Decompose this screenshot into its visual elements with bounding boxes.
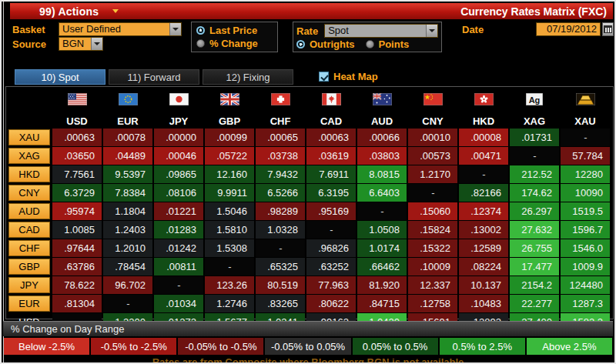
cell-EUR-USD[interactable]: .81304 xyxy=(52,295,102,312)
cell-CAD-GBP[interactable]: 1.5810 xyxy=(205,221,254,239)
cell-CHF-USD[interactable]: .97644 xyxy=(52,239,102,257)
cell-CHF-CNY[interactable]: .15322 xyxy=(408,239,457,257)
cell-CNY-CHF[interactable]: 6.5266 xyxy=(256,184,305,202)
cell-CHF-GBP[interactable]: 1.5308 xyxy=(205,239,254,257)
dropdown-arrow-icon[interactable] xyxy=(91,38,102,50)
cell-CNY-CAD[interactable]: 6.3195 xyxy=(306,184,356,202)
cell-XAG-XAU[interactable]: 57.784 xyxy=(561,147,610,165)
cell-JPY-AUD[interactable]: 81.920 xyxy=(357,276,407,294)
row-header-CNY[interactable]: CNY xyxy=(8,184,51,202)
cell-XAG-CAD[interactable]: .03619 xyxy=(306,147,356,165)
cell-CAD-AUD[interactable]: 1.0508 xyxy=(357,221,407,239)
cell-AUD-EUR[interactable]: 1.1804 xyxy=(103,202,152,220)
tab-spot[interactable]: 10) Spot xyxy=(15,69,105,85)
actions-menu-button[interactable]: 99) Actions xyxy=(10,3,119,19)
cell-XAU-EUR[interactable]: .00078 xyxy=(103,129,152,146)
row-header-JPY[interactable]: JPY xyxy=(8,276,51,294)
cell-AUD-CAD[interactable]: .95169 xyxy=(306,202,356,220)
cell-EUR-GBP[interactable]: 1.2746 xyxy=(205,295,254,312)
cell-GBP-CNY[interactable]: .10009 xyxy=(408,258,457,276)
cell-JPY-CAD[interactable]: 77.963 xyxy=(306,276,356,294)
cell-GBP-CHF[interactable]: .65325 xyxy=(256,258,305,276)
cell-CHF-XAG[interactable]: 26.755 xyxy=(510,239,559,257)
cell-CNY-XAU[interactable]: 10090 xyxy=(561,184,610,202)
cell-GBP-XAU[interactable]: 1009.9 xyxy=(561,258,610,276)
row-header-button-CNY[interactable]: CNY xyxy=(8,185,50,201)
cell-XAG-EUR[interactable]: .04489 xyxy=(103,147,152,165)
cell-EUR-CAD[interactable]: .80622 xyxy=(306,295,356,312)
cell-XAU-CHF[interactable]: .00065 xyxy=(256,129,305,146)
cell-GBP-AUD[interactable]: .66462 xyxy=(357,258,407,276)
rate-select[interactable]: Spot xyxy=(324,24,438,38)
cell-XAU-AUD[interactable]: .00066 xyxy=(357,129,407,146)
cell-JPY-XAG[interactable]: 2154.2 xyxy=(510,276,559,294)
cell-HKD-GBP[interactable]: 12.160 xyxy=(205,165,254,183)
tab-forward[interactable]: 11) Forward xyxy=(109,69,199,85)
cell-HKD-CAD[interactable]: 7.6911 xyxy=(306,165,356,183)
cell-XAG-HKD[interactable]: .00471 xyxy=(459,147,508,165)
cell-CHF-AUD[interactable]: 1.0174 xyxy=(357,239,407,257)
cell-XAU-XAG[interactable]: .01731 xyxy=(510,129,559,146)
cell-XAG-CHF[interactable]: .03738 xyxy=(256,147,305,165)
cell-HKD-XAG[interactable]: 212.52 xyxy=(510,165,559,183)
cell-CAD-USD[interactable]: 1.0085 xyxy=(52,221,102,239)
cell-EUR-EUR[interactable]: - xyxy=(103,295,152,312)
cell-CNY-EUR[interactable]: 7.8384 xyxy=(103,184,152,202)
cell-XAU-XAU[interactable]: - xyxy=(561,129,610,146)
basket-select[interactable]: User Defined xyxy=(59,22,182,36)
cell-AUD-JPY[interactable]: .01221 xyxy=(154,202,203,220)
cell-EUR-CHF[interactable]: .83265 xyxy=(256,295,305,312)
cell-XAG-AUD[interactable]: .03803 xyxy=(357,147,407,165)
row-header-button-GBP[interactable]: GBP xyxy=(8,259,50,275)
cell-XAU-USD[interactable]: .00063 xyxy=(52,129,102,146)
cell-EUR-AUD[interactable]: .84715 xyxy=(357,295,407,312)
cell-JPY-XAU[interactable]: 124480 xyxy=(561,276,610,294)
cell-XAG-JPY[interactable]: .00046 xyxy=(154,147,203,165)
cell-CHF-CHF[interactable]: - xyxy=(256,239,305,257)
cell-CNY-GBP[interactable]: 9.9911 xyxy=(205,184,254,202)
cell-CHF-XAU[interactable]: 1546.0 xyxy=(561,239,610,257)
source-select[interactable]: BGN xyxy=(59,37,103,51)
row-header-EUR[interactable]: EUR xyxy=(8,295,51,312)
cell-GBP-CAD[interactable]: .63252 xyxy=(306,258,356,276)
row-header-button-HKD[interactable]: HKD xyxy=(8,166,50,182)
cell-CHF-JPY[interactable]: .01242 xyxy=(154,239,203,257)
row-header-button-AUD[interactable]: AUD xyxy=(8,203,50,219)
cell-HKD-JPY[interactable]: .09865 xyxy=(154,165,203,183)
price-mode-option-last-price[interactable]: Last Price xyxy=(196,25,273,37)
cell-JPY-EUR[interactable]: 96.702 xyxy=(103,276,152,294)
cell-EUR-CNY[interactable]: .12758 xyxy=(408,295,457,312)
cell-CAD-XAU[interactable]: 1596.7 xyxy=(561,221,610,239)
cell-CHF-HKD[interactable]: .12589 xyxy=(459,239,508,257)
cell-CHF-CAD[interactable]: .96826 xyxy=(306,239,356,257)
row-header-button-CAD[interactable]: CAD xyxy=(8,222,50,238)
cell-GBP-USD[interactable]: .63786 xyxy=(52,258,102,276)
cell-XAG-XAG[interactable]: - xyxy=(510,147,559,165)
cell-CNY-AUD[interactable]: 6.6403 xyxy=(357,184,407,202)
row-header-CHF[interactable]: CHF xyxy=(8,239,51,257)
cell-EUR-HKD[interactable]: .10483 xyxy=(459,295,508,312)
cell-EUR-XAG[interactable]: 22.277 xyxy=(510,295,559,312)
heat-map-toggle[interactable]: Heat Map xyxy=(319,71,378,82)
cell-CAD-CAD[interactable]: - xyxy=(306,221,356,239)
cell-XAU-GBP[interactable]: .00099 xyxy=(205,129,254,146)
dropdown-arrow-icon[interactable] xyxy=(426,25,437,37)
cell-AUD-XAG[interactable]: 26.297 xyxy=(510,202,559,220)
cell-HKD-XAU[interactable]: 12280 xyxy=(561,165,610,183)
row-header-AUD[interactable]: AUD xyxy=(8,202,51,220)
cell-AUD-GBP[interactable]: 1.5046 xyxy=(205,202,254,220)
cell-CNY-CNY[interactable]: - xyxy=(408,184,457,202)
date-input[interactable]: 07/19/2012 xyxy=(536,22,601,36)
cell-XAU-JPY[interactable]: .00000 xyxy=(154,129,203,146)
cell-CAD-CNY[interactable]: .15824 xyxy=(408,221,457,239)
cell-EUR-XAU[interactable]: 1287.3 xyxy=(561,295,610,312)
row-header-button-CHF[interactable]: CHF xyxy=(8,240,50,256)
cell-HKD-CHF[interactable]: 7.9432 xyxy=(256,165,305,183)
cell-CAD-CHF[interactable]: 1.0328 xyxy=(256,221,305,239)
cell-XAG-USD[interactable]: .03650 xyxy=(52,147,102,165)
cell-JPY-GBP[interactable]: 123.26 xyxy=(205,276,254,294)
row-header-button-JPY[interactable]: JPY xyxy=(8,277,50,293)
cell-XAG-GBP[interactable]: .05722 xyxy=(205,147,254,165)
row-header-button-EUR[interactable]: EUR xyxy=(8,296,50,312)
row-header-CAD[interactable]: CAD xyxy=(8,221,51,239)
